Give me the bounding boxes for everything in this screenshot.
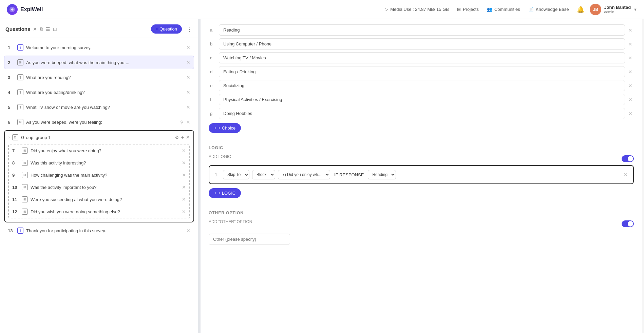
block-select[interactable]: Block bbox=[252, 170, 275, 179]
matrix-type-icon: ⊠ bbox=[22, 196, 28, 202]
choice-input-a[interactable] bbox=[219, 24, 625, 36]
delete-choice-icon[interactable]: ✕ bbox=[628, 41, 632, 47]
choice-input-f[interactable] bbox=[219, 94, 625, 105]
choice-input-d[interactable] bbox=[219, 66, 625, 77]
main-layout: Questions ✕ ⧉ ☰ ⊡ + Question ⋮ 1 i Welco… bbox=[0, 19, 644, 333]
projects-icon: ⊞ bbox=[457, 7, 461, 12]
delete-choice-icon[interactable]: ✕ bbox=[628, 83, 632, 89]
close-icon[interactable]: ✕ bbox=[182, 184, 186, 190]
projects-item[interactable]: ⊞ Projects bbox=[457, 7, 479, 12]
logic-title: LOGIC bbox=[209, 145, 223, 150]
close-icon[interactable]: ✕ bbox=[182, 160, 186, 165]
user-name: John Bantad bbox=[604, 5, 631, 10]
right-scrollbar[interactable] bbox=[642, 19, 644, 333]
question-item[interactable]: 1 i Welcome to your morning survey. ✕ bbox=[4, 41, 194, 54]
close-icon[interactable]: ✕ bbox=[186, 228, 190, 233]
delete-choice-icon[interactable]: ✕ bbox=[628, 55, 632, 61]
matrix-type-icon: ⊠ bbox=[22, 148, 28, 154]
add-icon[interactable]: + bbox=[181, 135, 184, 140]
question-item[interactable]: 13 i Thank you for participating in this… bbox=[4, 224, 194, 237]
toggle-knob bbox=[628, 221, 633, 227]
close-icon[interactable]: ✕ bbox=[186, 90, 190, 95]
more-options-icon[interactable]: ⋮ bbox=[187, 25, 193, 33]
question-item[interactable]: 10 ⊠ Was the activity important to you? … bbox=[9, 181, 189, 193]
add-other-option-label: ADD "OTHER" OPTION bbox=[209, 219, 252, 224]
delete-choice-icon[interactable]: ✕ bbox=[628, 111, 632, 116]
matrix-type-icon: ⊠ bbox=[22, 184, 28, 190]
other-option-toggle[interactable] bbox=[622, 220, 634, 227]
communities-item[interactable]: 👥 Communities bbox=[487, 7, 520, 12]
add-question-button[interactable]: + Question bbox=[151, 24, 182, 34]
add-logic-button[interactable]: + + LOGIC bbox=[209, 188, 241, 198]
choice-input-c[interactable] bbox=[219, 52, 625, 63]
choice-row: g ✕ bbox=[209, 108, 634, 119]
question-item[interactable]: 9 ⊠ How challenging was the main activit… bbox=[9, 169, 189, 181]
close-icon[interactable]: ✕ bbox=[182, 209, 186, 214]
questions-list: 1 i Welcome to your morning survey. ✕ 2 … bbox=[0, 38, 198, 333]
question-item[interactable]: 6 ⊠ As you were beeped, were you feeling… bbox=[4, 115, 194, 129]
info-type-icon: i bbox=[17, 228, 23, 234]
delete-choice-icon[interactable]: ✕ bbox=[628, 69, 632, 75]
media-use-item[interactable]: ▷ Media Use : 24.87 MB/ 15 GB bbox=[385, 7, 449, 12]
question-item[interactable]: 4 T What are you eating/drinking? ✕ bbox=[4, 85, 194, 99]
delete-choice-icon[interactable]: ✕ bbox=[628, 27, 632, 33]
media-use-icon: ▷ bbox=[385, 7, 388, 12]
notifications-bell-icon[interactable]: 🔔 bbox=[577, 6, 584, 13]
top-navigation: ExpiWell ▷ Media Use : 24.87 MB/ 15 GB ⊞… bbox=[0, 0, 644, 19]
question-item[interactable]: 8 ⊠ Was this activity interesting? ✕ bbox=[9, 157, 189, 169]
question-mark-icon[interactable]: ⊡ bbox=[53, 26, 57, 32]
logic-toggle[interactable] bbox=[622, 155, 634, 162]
close-icon[interactable]: ✕ bbox=[186, 104, 190, 110]
question-item[interactable]: 7 ⊠ Did you enjoy what you were doing? ✕ bbox=[9, 144, 189, 157]
delete-logic-icon[interactable]: ✕ bbox=[624, 172, 628, 177]
close-icon[interactable]: ✕ bbox=[186, 135, 190, 140]
chevron-right-icon[interactable]: › bbox=[8, 135, 10, 140]
questions-panel: Questions ✕ ⧉ ☰ ⊡ + Question ⋮ 1 i Welco… bbox=[0, 19, 198, 333]
communities-icon: 👥 bbox=[487, 7, 492, 12]
question-item[interactable]: 2 ⊠ As you were beeped, what was the mai… bbox=[4, 56, 194, 69]
skip-to-select[interactable]: Skip To bbox=[223, 170, 249, 179]
matrix-type-icon: ⊠ bbox=[22, 160, 28, 166]
app-name: ExpiWell bbox=[20, 6, 43, 13]
logic-header-row: LOGIC bbox=[209, 145, 634, 152]
add-choice-button[interactable]: + + Choice bbox=[209, 123, 241, 133]
close-icon[interactable]: ✕ bbox=[182, 197, 186, 202]
text-type-icon: T bbox=[17, 89, 23, 95]
question-item[interactable]: 11 ⊠ Were you succeeding at what you wer… bbox=[9, 193, 189, 205]
settings-icon[interactable]: ✕ bbox=[33, 26, 37, 32]
user-role: admin bbox=[604, 10, 631, 14]
question-item[interactable]: 5 T What TV show or movie are you watchi… bbox=[4, 100, 194, 114]
list-icon[interactable]: ☰ bbox=[46, 26, 50, 32]
close-icon[interactable]: ✕ bbox=[186, 75, 190, 80]
close-icon[interactable]: ✕ bbox=[186, 119, 190, 125]
question-item[interactable]: 3 T What are you reading? ✕ bbox=[4, 71, 194, 84]
knowledge-base-item[interactable]: 📄 Knowledge Base bbox=[528, 7, 569, 12]
delete-choice-icon[interactable]: ✕ bbox=[628, 97, 632, 102]
settings-icon[interactable]: ⚙ bbox=[175, 135, 179, 140]
close-icon[interactable]: ✕ bbox=[182, 148, 186, 153]
question-select[interactable]: 7) Did you enjoy wh... bbox=[278, 170, 330, 179]
question-item[interactable]: 12 ⊠ Did you wish you were doing somethi… bbox=[9, 205, 189, 218]
close-icon[interactable]: ✕ bbox=[186, 45, 190, 50]
add-other-option-row: ADD "OTHER" OPTION bbox=[209, 219, 634, 228]
other-option-input[interactable] bbox=[209, 234, 290, 245]
topnav-center: ▷ Media Use : 24.87 MB/ 15 GB ⊞ Projects… bbox=[385, 7, 569, 12]
app-logo[interactable]: ExpiWell bbox=[7, 4, 43, 15]
choice-row: e ✕ bbox=[209, 80, 634, 91]
other-option-title: OTHER OPTION bbox=[209, 211, 244, 215]
copy-icon[interactable]: ⧉ bbox=[40, 26, 43, 32]
logic-section: LOGIC ADD LOGIC 1. Skip To Block 7) Did … bbox=[209, 145, 634, 198]
response-value-select[interactable]: Reading bbox=[368, 170, 396, 179]
close-icon[interactable]: ✕ bbox=[182, 172, 186, 178]
matrix-type-icon: ⊠ bbox=[17, 59, 23, 65]
text-type-icon: T bbox=[17, 74, 23, 80]
knowledge-base-icon: 📄 bbox=[528, 7, 534, 12]
choice-input-b[interactable] bbox=[219, 38, 625, 50]
choice-input-e[interactable] bbox=[219, 80, 625, 91]
questions-title: Questions bbox=[5, 26, 30, 32]
choice-input-g[interactable] bbox=[219, 108, 625, 119]
user-menu[interactable]: JB John Bantad admin ▼ bbox=[590, 4, 637, 15]
choice-row: b ✕ bbox=[209, 38, 634, 50]
close-icon[interactable]: ✕ bbox=[186, 60, 190, 65]
chevron-down-icon: ▼ bbox=[633, 7, 637, 12]
